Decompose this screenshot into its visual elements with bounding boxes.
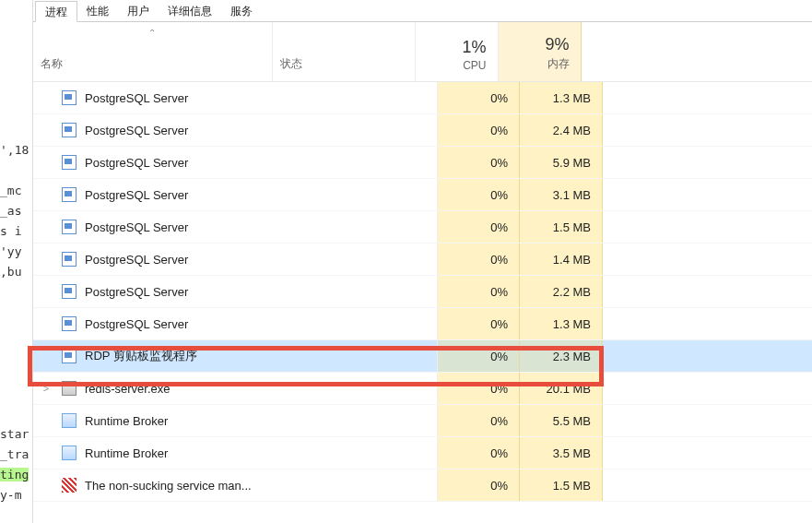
tab-services[interactable]: 服务 bbox=[221, 1, 262, 22]
process-name: Runtime Broker bbox=[79, 414, 294, 428]
process-icon bbox=[59, 252, 79, 267]
process-row[interactable]: PostgreSQL Server0%1.3 MB bbox=[33, 308, 812, 340]
process-memory-value: 1.5 MB bbox=[520, 470, 603, 501]
process-name: The non-sucking service man... bbox=[79, 479, 294, 493]
app-icon bbox=[62, 349, 76, 363]
app-icon bbox=[62, 123, 76, 137]
process-name: PostgreSQL Server bbox=[79, 156, 294, 170]
process-cpu-value: 0% bbox=[437, 147, 520, 178]
process-icon bbox=[59, 155, 79, 170]
column-name-label: 名称 bbox=[41, 56, 63, 72]
app-icon bbox=[62, 284, 76, 299]
process-cpu-value: 0% bbox=[437, 276, 520, 307]
process-icon bbox=[59, 284, 79, 299]
process-name: redis-server.exe bbox=[79, 382, 294, 396]
column-status-label: 状态 bbox=[280, 56, 302, 72]
process-row[interactable]: The non-sucking service man...0%1.5 MB bbox=[33, 470, 812, 502]
process-row[interactable]: >redis-server.exe0%20.1 MB bbox=[33, 373, 812, 405]
process-name: PostgreSQL Server bbox=[79, 124, 294, 137]
process-cpu-value: 0% bbox=[437, 244, 520, 275]
process-cpu-value: 0% bbox=[437, 82, 520, 113]
process-name: PostgreSQL Server bbox=[79, 253, 294, 267]
process-icon bbox=[59, 413, 79, 428]
process-memory-value: 1.3 MB bbox=[520, 308, 603, 339]
process-name: PostgreSQL Server bbox=[79, 220, 294, 234]
process-memory-value: 2.3 MB bbox=[520, 340, 603, 372]
process-icon bbox=[59, 123, 79, 137]
column-headers: ⌃ 名称 状态 1% CPU 9% 内存 bbox=[33, 22, 812, 82]
process-row[interactable]: PostgreSQL Server0%1.5 MB bbox=[33, 211, 812, 244]
memory-percent-value: 9% bbox=[545, 35, 569, 54]
cpu-percent-value: 1% bbox=[462, 38, 486, 57]
process-icon bbox=[59, 381, 79, 396]
broker-icon bbox=[62, 413, 76, 428]
process-list[interactable]: PostgreSQL Server0%1.3 MBPostgreSQL Serv… bbox=[33, 82, 812, 502]
process-cpu-value: 0% bbox=[437, 470, 520, 501]
process-row[interactable]: PostgreSQL Server0%2.2 MB bbox=[33, 276, 812, 308]
app-icon bbox=[62, 252, 76, 267]
process-icon bbox=[59, 220, 79, 234]
process-row[interactable]: PostgreSQL Server0%3.1 MB bbox=[33, 179, 812, 211]
process-cpu-value: 0% bbox=[437, 437, 520, 469]
redis-icon bbox=[62, 381, 76, 396]
process-cpu-value: 0% bbox=[437, 114, 520, 146]
process-memory-value: 3.5 MB bbox=[520, 437, 603, 469]
process-name: RDP 剪贴板监视程序 bbox=[79, 348, 294, 364]
column-header-cpu[interactable]: 1% CPU bbox=[416, 22, 499, 81]
process-memory-value: 2.2 MB bbox=[520, 276, 603, 307]
process-cpu-value: 0% bbox=[437, 211, 520, 243]
tab-processes[interactable]: 进程 bbox=[35, 1, 77, 22]
process-cpu-value: 0% bbox=[437, 308, 520, 339]
background-editor: ',18 _mc _as s i 'yy ,bu star _tra ting … bbox=[0, 0, 37, 523]
tab-bar: 进程 性能 用户 详细信息 服务 bbox=[33, 0, 812, 22]
process-name: Runtime Broker bbox=[79, 446, 294, 460]
process-cpu-value: 0% bbox=[437, 405, 520, 436]
process-cpu-value: 0% bbox=[437, 179, 520, 210]
tab-performance[interactable]: 性能 bbox=[77, 1, 118, 22]
process-memory-value: 3.1 MB bbox=[520, 179, 603, 210]
process-icon bbox=[59, 478, 79, 493]
process-row[interactable]: Runtime Broker0%3.5 MB bbox=[33, 437, 812, 470]
process-cpu-value: 0% bbox=[437, 340, 520, 372]
app-icon bbox=[62, 316, 76, 331]
process-memory-value: 2.4 MB bbox=[520, 114, 603, 146]
cpu-label: CPU bbox=[463, 59, 486, 72]
process-row[interactable]: PostgreSQL Server0%1.3 MB bbox=[33, 82, 812, 114]
broker-icon bbox=[62, 446, 76, 460]
header-spacer bbox=[582, 22, 813, 81]
process-icon bbox=[59, 187, 79, 202]
process-name: PostgreSQL Server bbox=[79, 285, 294, 299]
column-header-name[interactable]: ⌃ 名称 bbox=[33, 22, 273, 81]
process-memory-value: 5.9 MB bbox=[520, 147, 603, 178]
process-memory-value: 5.5 MB bbox=[520, 405, 603, 436]
expand-toggle-icon[interactable]: > bbox=[33, 383, 59, 394]
sort-indicator-icon: ⌃ bbox=[148, 28, 156, 38]
app-icon bbox=[62, 155, 76, 170]
nss-icon bbox=[62, 478, 76, 493]
process-memory-value: 1.5 MB bbox=[520, 211, 603, 243]
process-name: PostgreSQL Server bbox=[79, 317, 294, 331]
process-icon bbox=[59, 90, 79, 105]
process-row[interactable]: RDP 剪贴板监视程序0%2.3 MB bbox=[33, 340, 812, 373]
process-memory-value: 1.4 MB bbox=[520, 244, 603, 275]
process-icon bbox=[59, 446, 79, 460]
app-icon bbox=[62, 90, 76, 105]
task-manager-window: 进程 性能 用户 详细信息 服务 ⌃ 名称 状态 1% CPU 9% 内存 Po… bbox=[32, 0, 812, 523]
app-icon bbox=[62, 220, 76, 234]
process-name: PostgreSQL Server bbox=[79, 188, 294, 202]
process-row[interactable]: PostgreSQL Server0%1.4 MB bbox=[33, 244, 812, 276]
process-row[interactable]: Runtime Broker0%5.5 MB bbox=[33, 405, 812, 437]
process-icon bbox=[59, 349, 79, 363]
column-header-memory[interactable]: 9% 内存 bbox=[499, 22, 582, 81]
tab-details[interactable]: 详细信息 bbox=[159, 1, 221, 22]
column-header-status[interactable]: 状态 bbox=[273, 22, 416, 81]
process-cpu-value: 0% bbox=[437, 373, 520, 404]
process-row[interactable]: PostgreSQL Server0%2.4 MB bbox=[33, 114, 812, 147]
tab-users[interactable]: 用户 bbox=[118, 1, 159, 22]
app-icon bbox=[62, 187, 76, 202]
process-memory-value: 1.3 MB bbox=[520, 82, 603, 113]
memory-label: 内存 bbox=[547, 56, 570, 72]
process-memory-value: 20.1 MB bbox=[520, 373, 603, 404]
process-icon bbox=[59, 316, 79, 331]
process-row[interactable]: PostgreSQL Server0%5.9 MB bbox=[33, 147, 812, 179]
